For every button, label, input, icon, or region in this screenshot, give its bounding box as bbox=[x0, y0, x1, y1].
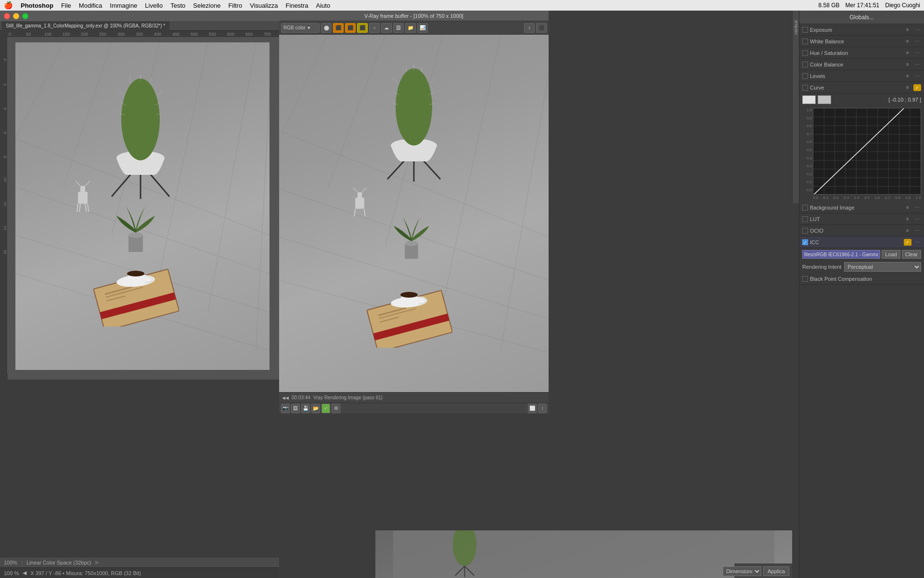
exposure-menu[interactable]: ⋯ bbox=[913, 26, 921, 34]
svg-line-18 bbox=[157, 91, 162, 95]
menu-modifica[interactable]: Modifica bbox=[79, 2, 102, 9]
vray-toolbar[interactable]: RGB color ▼ ⬤ ⬛ ⬛ ⬛ ○ ☁ 🖼 📁 📊 ↕ ⬛ bbox=[279, 21, 549, 35]
globals-panel-header[interactable]: Globals... bbox=[799, 11, 924, 24]
vray-control-btn-6[interactable]: ⚙ bbox=[332, 404, 340, 413]
vray-btn-1[interactable]: ⬤ bbox=[321, 23, 332, 33]
curve-label: Curve bbox=[810, 85, 902, 91]
levels-menu[interactable]: ⋯ bbox=[913, 72, 921, 80]
menu-file[interactable]: File bbox=[61, 2, 71, 9]
white-balance-checkbox[interactable] bbox=[802, 39, 808, 44]
color-balance-row: Color Balance ≡ ⋯ bbox=[799, 59, 924, 70]
icc-row: ICC ✓ ⋯ bbox=[799, 236, 924, 248]
curve-expand[interactable]: ≡ bbox=[904, 84, 911, 92]
white-balance-label: White Balance bbox=[810, 39, 902, 44]
exposure-expand[interactable]: ≡ bbox=[904, 26, 911, 34]
curve-yellow-icon[interactable]: ✓ bbox=[913, 84, 921, 91]
vray-btn-5[interactable]: 📁 bbox=[405, 23, 416, 33]
icc-load-button[interactable]: Load bbox=[882, 250, 900, 259]
background-image-checkbox[interactable] bbox=[802, 205, 808, 210]
vray-btn-orange-2[interactable]: ⬛ bbox=[345, 23, 356, 33]
menu-filtro[interactable]: Filtro bbox=[228, 2, 242, 9]
ocio-expand[interactable]: ≡ bbox=[904, 227, 911, 235]
vray-play-icon[interactable]: ◀◀ bbox=[282, 395, 289, 400]
icc-yellow-icon[interactable]: ✓ bbox=[904, 239, 911, 246]
color-balance-expand[interactable]: ≡ bbox=[904, 61, 911, 68]
app-name: Photoshop bbox=[21, 2, 53, 9]
svg-line-4 bbox=[15, 42, 64, 139]
ps-bottombar: 100% | Linear Color Space (32bpc) ▶ bbox=[0, 557, 279, 567]
icc-file-input[interactable] bbox=[802, 250, 880, 259]
svg-line-62 bbox=[406, 67, 407, 72]
svg-line-50 bbox=[500, 73, 549, 353]
minimize-button[interactable] bbox=[13, 13, 19, 19]
white-balance-menu[interactable]: ⋯ bbox=[913, 38, 921, 45]
menu-livello[interactable]: Livello bbox=[145, 2, 163, 9]
menu-immagine[interactable]: Immagine bbox=[110, 2, 137, 9]
menu-aiuto[interactable]: Aiuto bbox=[316, 2, 331, 9]
svg-point-80 bbox=[400, 292, 418, 298]
exposure-checkbox[interactable] bbox=[802, 27, 808, 33]
svg-line-28 bbox=[76, 181, 80, 186]
vray-rgb-dropdown[interactable]: RGB color ▼ bbox=[281, 23, 320, 33]
vray-btn-4[interactable]: 🖼 bbox=[393, 23, 404, 33]
white-balance-expand[interactable]: ≡ bbox=[904, 38, 911, 45]
levels-expand[interactable]: ≡ bbox=[904, 72, 911, 80]
vray-time-display: 00:03:44 bbox=[292, 395, 310, 400]
rendering-intent-select[interactable]: Perceptual bbox=[844, 262, 921, 272]
globals-panel: Globals... Exposure ≡ ⋯ White Balance ≡ … bbox=[799, 11, 924, 578]
vray-btn-3[interactable]: ☁ bbox=[381, 23, 392, 33]
vray-coffee-book bbox=[366, 271, 452, 348]
hue-saturation-menu[interactable]: ⋯ bbox=[913, 49, 921, 57]
lut-menu[interactable]: ⋯ bbox=[913, 215, 921, 223]
vray-control-btn-5[interactable]: ✓ bbox=[321, 404, 330, 413]
side-tab-label[interactable]: Attributi bbox=[794, 20, 798, 35]
curve-graph[interactable] bbox=[813, 108, 921, 195]
apply-button[interactable]: Applica bbox=[763, 566, 789, 576]
curve-swatch-gray[interactable] bbox=[818, 95, 831, 104]
clock: Mer 17:41:51 bbox=[846, 2, 880, 9]
menu-testo[interactable]: Testo bbox=[170, 2, 185, 9]
vray-expand-btn[interactable]: ⬜ bbox=[528, 404, 537, 413]
vray-btn-2[interactable]: ○ bbox=[369, 23, 380, 33]
curve-checkbox[interactable] bbox=[802, 85, 808, 91]
curve-swatch-white[interactable] bbox=[802, 95, 816, 104]
hue-saturation-checkbox[interactable] bbox=[802, 50, 808, 56]
apple-menu[interactable]: 🍎 bbox=[4, 1, 13, 10]
menu-finestra[interactable]: Finestra bbox=[286, 2, 308, 9]
black-point-checkbox[interactable] bbox=[802, 276, 808, 282]
vray-btn-yellow-1[interactable]: ⬛ bbox=[357, 23, 368, 33]
vray-collapse-btn[interactable]: ↕ bbox=[538, 404, 547, 413]
color-balance-checkbox[interactable] bbox=[802, 62, 808, 67]
svg-rect-26 bbox=[78, 192, 88, 204]
side-tab-strip[interactable]: Attributi bbox=[792, 11, 799, 203]
vray-control-btn-2[interactable]: 🖼 bbox=[291, 404, 300, 413]
close-button[interactable] bbox=[4, 13, 10, 19]
hue-saturation-expand[interactable]: ≡ bbox=[904, 49, 911, 57]
menu-visualizza[interactable]: Visualizza bbox=[250, 2, 278, 9]
levels-checkbox[interactable] bbox=[802, 73, 808, 79]
icc-checkbox[interactable] bbox=[802, 239, 808, 245]
storage-indicator: 8.58 GB bbox=[819, 2, 840, 9]
icc-clear-button[interactable]: Clear bbox=[902, 250, 921, 259]
menu-selezione[interactable]: Selezione bbox=[193, 2, 220, 9]
vray-btn-7[interactable]: ↕ bbox=[524, 23, 535, 33]
color-balance-menu[interactable]: ⋯ bbox=[913, 61, 921, 68]
ocio-menu[interactable]: ⋯ bbox=[913, 227, 921, 235]
icc-menu[interactable]: ⋯ bbox=[913, 238, 921, 246]
lut-expand[interactable]: ≡ bbox=[904, 215, 911, 223]
vray-control-btn-1[interactable]: 📷 bbox=[281, 404, 290, 413]
dimension-select[interactable]: Dimensione bbox=[723, 566, 761, 576]
ocio-checkbox[interactable] bbox=[802, 228, 808, 234]
vray-btn-6[interactable]: 📊 bbox=[417, 23, 428, 33]
ps-document-tab[interactable]: Still_life_gamma_1.8_ColorMapping_only.e… bbox=[2, 21, 169, 31]
vray-btn-orange-1[interactable]: ⬛ bbox=[333, 23, 344, 33]
lut-checkbox[interactable] bbox=[802, 216, 808, 222]
color-balance-label: Color Balance bbox=[810, 62, 902, 67]
ps-ruler-vertical: 0 2 4 6 8 10 12 14 16 bbox=[0, 38, 8, 375]
background-image-expand[interactable]: ≡ bbox=[904, 204, 911, 211]
vray-btn-8[interactable]: ⬛ bbox=[536, 23, 547, 33]
maximize-button[interactable] bbox=[22, 13, 28, 19]
vray-control-btn-4[interactable]: 📂 bbox=[311, 404, 320, 413]
background-image-menu[interactable]: ⋯ bbox=[913, 204, 921, 211]
vray-control-btn-3[interactable]: 💾 bbox=[301, 404, 310, 413]
